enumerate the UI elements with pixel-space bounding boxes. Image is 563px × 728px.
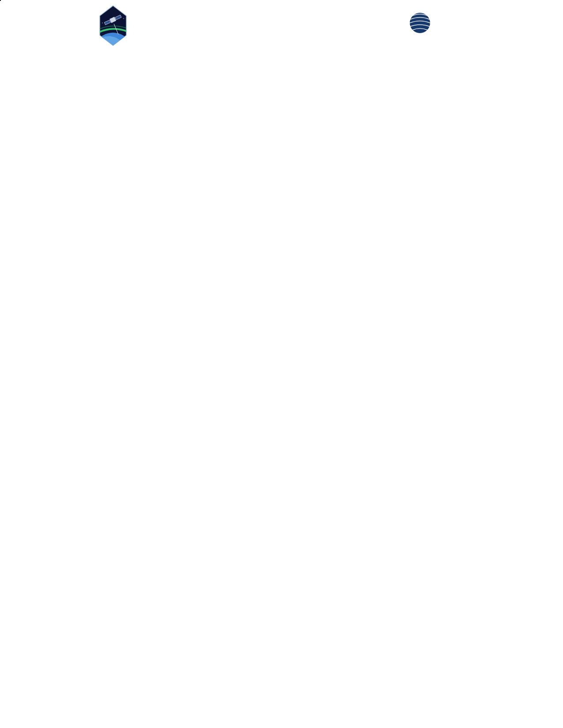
page [0, 0, 563, 728]
colorbar [0, 0, 1, 1]
cassiope-mission-logo [99, 5, 127, 46]
esa-logo [409, 11, 465, 35]
colorbar-axis-label [511, 77, 526, 205]
